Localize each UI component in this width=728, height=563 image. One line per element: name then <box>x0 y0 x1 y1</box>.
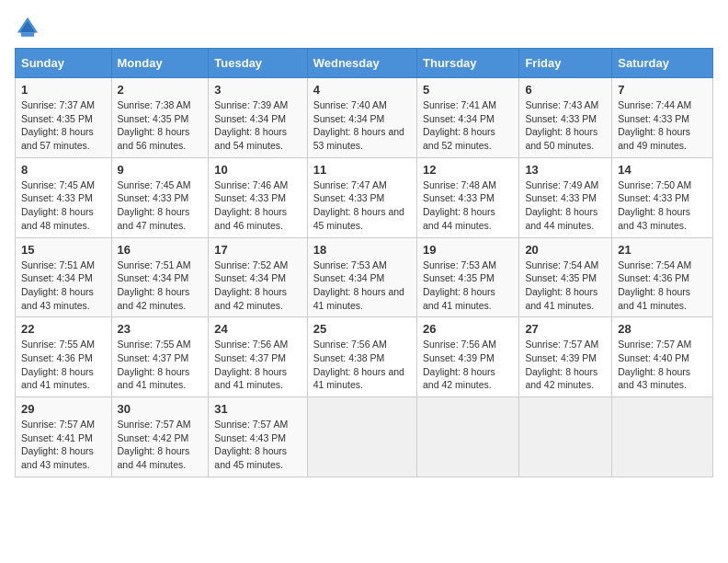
calendar-cell: 21Sunrise: 7:54 AMSunset: 4:36 PMDayligh… <box>612 237 713 317</box>
calendar-cell: 19Sunrise: 7:53 AMSunset: 4:35 PMDayligh… <box>417 237 519 317</box>
calendar-cell: 30Sunrise: 7:57 AMSunset: 4:42 PMDayligh… <box>111 397 209 477</box>
day-number: 12 <box>423 163 513 177</box>
day-number: 10 <box>214 163 301 177</box>
calendar-cell <box>612 397 713 477</box>
cell-info: Sunrise: 7:46 AMSunset: 4:33 PMDaylight:… <box>214 178 301 233</box>
cell-info: Sunrise: 7:51 AMSunset: 4:34 PMDaylight:… <box>21 259 106 313</box>
calendar-body: 1Sunrise: 7:37 AMSunset: 4:35 PMDaylight… <box>16 78 713 477</box>
calendar-cell <box>519 397 612 477</box>
day-number: 7 <box>618 83 707 97</box>
week-row-4: 22Sunrise: 7:55 AMSunset: 4:36 PMDayligh… <box>16 317 713 397</box>
calendar-table: SundayMondayTuesdayWednesdayThursdayFrid… <box>15 48 713 477</box>
calendar-cell: 29Sunrise: 7:57 AMSunset: 4:41 PMDayligh… <box>16 397 112 477</box>
calendar-cell: 5Sunrise: 7:41 AMSunset: 4:34 PMDaylight… <box>417 78 519 158</box>
day-number: 16 <box>118 243 203 257</box>
day-number: 4 <box>313 83 411 97</box>
header-day-tuesday: Tuesday <box>209 49 307 78</box>
cell-info: Sunrise: 7:50 AMSunset: 4:33 PMDaylight:… <box>618 178 707 233</box>
cell-info: Sunrise: 7:52 AMSunset: 4:34 PMDaylight:… <box>214 259 301 313</box>
day-number: 24 <box>214 322 301 336</box>
cell-info: Sunrise: 7:56 AMSunset: 4:37 PMDaylight:… <box>214 338 301 392</box>
cell-info: Sunrise: 7:53 AMSunset: 4:34 PMDaylight:… <box>313 259 411 313</box>
calendar-cell: 27Sunrise: 7:57 AMSunset: 4:39 PMDayligh… <box>519 317 612 397</box>
cell-info: Sunrise: 7:37 AMSunset: 4:35 PMDaylight:… <box>21 98 106 153</box>
calendar-cell: 28Sunrise: 7:57 AMSunset: 4:40 PMDayligh… <box>612 317 713 397</box>
calendar-cell: 18Sunrise: 7:53 AMSunset: 4:34 PMDayligh… <box>307 237 416 317</box>
day-number: 30 <box>118 402 203 416</box>
day-number: 21 <box>618 243 707 257</box>
cell-info: Sunrise: 7:47 AMSunset: 4:33 PMDaylight:… <box>313 178 411 233</box>
cell-info: Sunrise: 7:56 AMSunset: 4:39 PMDaylight:… <box>423 338 513 392</box>
calendar-cell: 11Sunrise: 7:47 AMSunset: 4:33 PMDayligh… <box>307 157 416 237</box>
week-row-2: 8Sunrise: 7:45 AMSunset: 4:33 PMDaylight… <box>16 157 713 237</box>
cell-info: Sunrise: 7:55 AMSunset: 4:36 PMDaylight:… <box>21 338 106 392</box>
day-number: 23 <box>118 322 203 336</box>
header-day-saturday: Saturday <box>612 49 713 78</box>
calendar-cell: 22Sunrise: 7:55 AMSunset: 4:36 PMDayligh… <box>16 317 112 397</box>
calendar-cell: 17Sunrise: 7:52 AMSunset: 4:34 PMDayligh… <box>209 237 307 317</box>
header-day-monday: Monday <box>111 49 209 78</box>
calendar-cell: 14Sunrise: 7:50 AMSunset: 4:33 PMDayligh… <box>612 157 713 237</box>
week-row-5: 29Sunrise: 7:57 AMSunset: 4:41 PMDayligh… <box>16 397 713 477</box>
logo <box>15 15 44 40</box>
day-number: 13 <box>525 163 606 177</box>
day-number: 3 <box>214 83 301 97</box>
cell-info: Sunrise: 7:57 AMSunset: 4:43 PMDaylight:… <box>214 418 301 472</box>
cell-info: Sunrise: 7:57 AMSunset: 4:42 PMDaylight:… <box>118 418 203 472</box>
cell-info: Sunrise: 7:53 AMSunset: 4:35 PMDaylight:… <box>423 259 513 313</box>
cell-info: Sunrise: 7:57 AMSunset: 4:39 PMDaylight:… <box>525 338 606 392</box>
calendar-cell: 20Sunrise: 7:54 AMSunset: 4:35 PMDayligh… <box>519 237 612 317</box>
svg-rect-2 <box>21 33 34 37</box>
header-day-friday: Friday <box>519 49 612 78</box>
day-number: 15 <box>21 243 106 257</box>
calendar-cell: 13Sunrise: 7:49 AMSunset: 4:33 PMDayligh… <box>519 157 612 237</box>
calendar-cell: 4Sunrise: 7:40 AMSunset: 4:34 PMDaylight… <box>307 78 416 158</box>
day-number: 29 <box>21 402 106 416</box>
calendar-cell: 12Sunrise: 7:48 AMSunset: 4:33 PMDayligh… <box>417 157 519 237</box>
cell-info: Sunrise: 7:45 AMSunset: 4:33 PMDaylight:… <box>21 178 106 233</box>
cell-info: Sunrise: 7:39 AMSunset: 4:34 PMDaylight:… <box>214 98 301 153</box>
day-number: 1 <box>21 83 106 97</box>
cell-info: Sunrise: 7:56 AMSunset: 4:38 PMDaylight:… <box>313 338 411 392</box>
calendar-cell <box>307 397 416 477</box>
calendar-cell: 10Sunrise: 7:46 AMSunset: 4:33 PMDayligh… <box>209 157 307 237</box>
header-day-wednesday: Wednesday <box>307 49 416 78</box>
calendar-cell: 9Sunrise: 7:45 AMSunset: 4:33 PMDaylight… <box>111 157 209 237</box>
cell-info: Sunrise: 7:57 AMSunset: 4:40 PMDaylight:… <box>618 338 707 392</box>
calendar-cell: 7Sunrise: 7:44 AMSunset: 4:33 PMDaylight… <box>612 78 713 158</box>
day-number: 27 <box>525 322 606 336</box>
logo-icon <box>15 15 40 40</box>
calendar-header: SundayMondayTuesdayWednesdayThursdayFrid… <box>16 49 713 78</box>
cell-info: Sunrise: 7:44 AMSunset: 4:33 PMDaylight:… <box>618 98 707 153</box>
day-number: 26 <box>423 322 513 336</box>
day-number: 9 <box>118 163 203 177</box>
calendar-cell <box>417 397 519 477</box>
calendar-cell: 2Sunrise: 7:38 AMSunset: 4:35 PMDaylight… <box>111 78 209 158</box>
header-day-thursday: Thursday <box>417 49 519 78</box>
header <box>15 15 713 40</box>
cell-info: Sunrise: 7:49 AMSunset: 4:33 PMDaylight:… <box>525 178 606 233</box>
cell-info: Sunrise: 7:40 AMSunset: 4:34 PMDaylight:… <box>313 98 411 153</box>
week-row-1: 1Sunrise: 7:37 AMSunset: 4:35 PMDaylight… <box>16 78 713 158</box>
day-number: 6 <box>525 83 606 97</box>
day-number: 28 <box>618 322 707 336</box>
calendar-cell: 1Sunrise: 7:37 AMSunset: 4:35 PMDaylight… <box>16 78 112 158</box>
cell-info: Sunrise: 7:43 AMSunset: 4:33 PMDaylight:… <box>525 98 606 153</box>
day-number: 8 <box>21 163 106 177</box>
day-number: 17 <box>214 243 301 257</box>
calendar-cell: 24Sunrise: 7:56 AMSunset: 4:37 PMDayligh… <box>209 317 307 397</box>
calendar-cell: 31Sunrise: 7:57 AMSunset: 4:43 PMDayligh… <box>209 397 307 477</box>
cell-info: Sunrise: 7:48 AMSunset: 4:33 PMDaylight:… <box>423 178 513 233</box>
day-number: 25 <box>313 322 411 336</box>
day-number: 14 <box>618 163 707 177</box>
day-number: 5 <box>423 83 513 97</box>
calendar-cell: 16Sunrise: 7:51 AMSunset: 4:34 PMDayligh… <box>111 237 209 317</box>
cell-info: Sunrise: 7:55 AMSunset: 4:37 PMDaylight:… <box>118 338 203 392</box>
header-day-sunday: Sunday <box>16 49 112 78</box>
header-row: SundayMondayTuesdayWednesdayThursdayFrid… <box>16 49 713 78</box>
calendar-cell: 26Sunrise: 7:56 AMSunset: 4:39 PMDayligh… <box>417 317 519 397</box>
day-number: 22 <box>21 322 106 336</box>
cell-info: Sunrise: 7:41 AMSunset: 4:34 PMDaylight:… <box>423 98 513 153</box>
cell-info: Sunrise: 7:45 AMSunset: 4:33 PMDaylight:… <box>118 178 203 233</box>
calendar-cell: 15Sunrise: 7:51 AMSunset: 4:34 PMDayligh… <box>16 237 112 317</box>
